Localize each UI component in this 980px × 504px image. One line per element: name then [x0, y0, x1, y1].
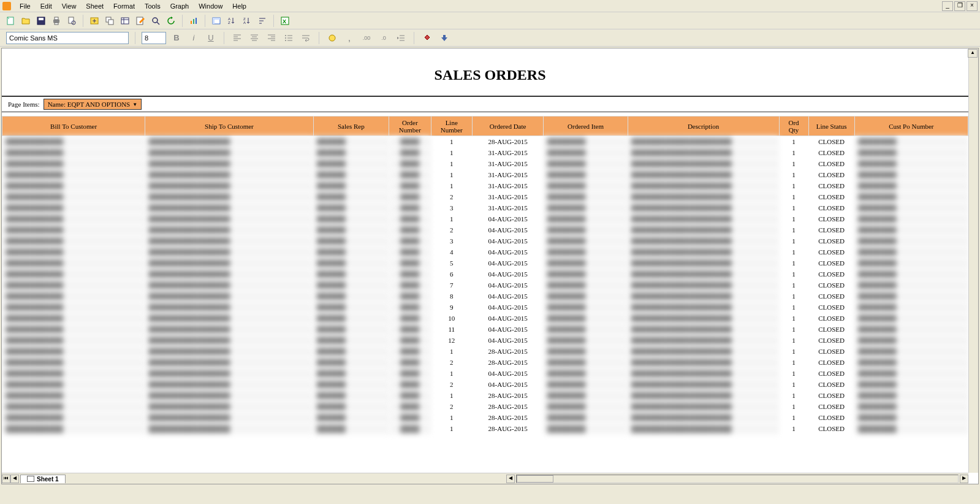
table-row[interactable]: ███████████████████████████████████████7… — [2, 280, 968, 291]
cell-ship-to[interactable]: █████████████████ — [145, 191, 313, 202]
cell-bill-to[interactable]: ████████████ — [2, 313, 145, 324]
cell-cust-po[interactable]: ████████ — [854, 235, 968, 246]
cell-line-status[interactable]: CLOSED — [808, 269, 854, 280]
cell-sales-rep[interactable]: ██████ — [313, 302, 389, 313]
cell-line-number[interactable]: 5 — [431, 258, 472, 269]
hscroll-track[interactable] — [516, 475, 959, 483]
cell-description[interactable]: █████████████████████ — [628, 335, 779, 346]
cell-ord-qty[interactable]: 1 — [779, 246, 808, 258]
export-excel-button[interactable]: X — [278, 14, 292, 28]
cell-ordered-date[interactable]: 04-AUG-2015 — [472, 269, 544, 280]
cell-ship-to[interactable]: █████████████████ — [145, 246, 313, 258]
table-row[interactable]: ███████████████████████████████████████4… — [2, 246, 968, 258]
cell-order-number[interactable]: ████ — [389, 291, 431, 302]
cell-ship-to[interactable]: █████████████████ — [145, 401, 313, 412]
increase-decimal-button[interactable]: .00 — [360, 31, 373, 45]
table-row[interactable]: ███████████████████████████████████████1… — [2, 368, 968, 379]
cell-cust-po[interactable]: ████████ — [854, 202, 968, 213]
cell-order-number[interactable]: ████ — [389, 235, 431, 246]
cell-bill-to[interactable]: ████████████ — [2, 235, 145, 246]
hscroll-right-button[interactable]: ▶ — [960, 475, 968, 483]
cell-sales-rep[interactable]: ██████ — [313, 269, 389, 280]
cell-bill-to[interactable]: ████████████ — [2, 335, 145, 346]
cell-line-number[interactable]: 2 — [431, 224, 472, 235]
cell-line-number[interactable]: 2 — [431, 401, 472, 412]
menu-graph[interactable]: Graph — [165, 1, 194, 11]
italic-button[interactable]: i — [187, 31, 200, 45]
cell-bill-to[interactable]: ████████████ — [2, 269, 145, 280]
cell-ship-to[interactable]: █████████████████ — [145, 423, 313, 434]
cell-ord-qty[interactable]: 1 — [779, 213, 808, 224]
cell-line-status[interactable]: CLOSED — [808, 213, 854, 224]
cell-ordered-item[interactable]: ████████ — [544, 324, 628, 335]
cell-ship-to[interactable]: █████████████████ — [145, 202, 313, 213]
cell-description[interactable]: █████████████████████ — [628, 258, 779, 269]
cell-ordered-date[interactable]: 04-AUG-2015 — [472, 246, 544, 258]
cell-sales-rep[interactable]: ██████ — [313, 158, 389, 169]
duplicate-sheet-button[interactable] — [103, 14, 116, 28]
cell-description[interactable]: █████████████████████ — [628, 158, 779, 169]
cell-ordered-date[interactable]: 31-AUG-2015 — [472, 158, 544, 169]
cell-ship-to[interactable]: █████████████████ — [145, 180, 313, 191]
cell-cust-po[interactable]: ████████ — [854, 379, 968, 390]
cell-cust-po[interactable]: ████████ — [854, 136, 968, 147]
cell-ord-qty[interactable]: 1 — [779, 191, 808, 202]
header-order-number[interactable]: Order Number — [389, 116, 431, 136]
cell-order-number[interactable]: ████ — [389, 379, 431, 390]
chart-button[interactable] — [187, 14, 200, 28]
cell-bill-to[interactable]: ████████████ — [2, 324, 145, 335]
cell-ord-qty[interactable]: 1 — [779, 324, 808, 335]
cell-line-status[interactable]: CLOSED — [808, 158, 854, 169]
cell-ordered-date[interactable]: 28-AUG-2015 — [472, 390, 544, 401]
refresh-button[interactable] — [164, 14, 178, 28]
cell-line-number[interactable]: 1 — [431, 390, 472, 401]
cell-bill-to[interactable]: ████████████ — [2, 158, 145, 169]
cell-ship-to[interactable]: █████████████████ — [145, 313, 313, 324]
menu-file[interactable]: File — [15, 1, 36, 11]
table-row[interactable]: ███████████████████████████████████████8… — [2, 291, 968, 302]
cell-line-status[interactable]: CLOSED — [808, 302, 854, 313]
cell-ship-to[interactable]: █████████████████ — [145, 136, 313, 147]
cell-description[interactable]: █████████████████████ — [628, 368, 779, 379]
menu-window[interactable]: Window — [194, 1, 227, 11]
cell-ordered-item[interactable]: ████████ — [544, 291, 628, 302]
cell-line-status[interactable]: CLOSED — [808, 379, 854, 390]
cell-line-number[interactable]: 1 — [431, 158, 472, 169]
cell-line-number[interactable]: 9 — [431, 302, 472, 313]
cell-line-number[interactable]: 1 — [431, 213, 472, 224]
cell-ord-qty[interactable]: 1 — [779, 401, 808, 412]
cell-description[interactable]: █████████████████████ — [628, 357, 779, 368]
table-row[interactable]: ███████████████████████████████████████1… — [2, 136, 968, 147]
cell-ordered-date[interactable]: 28-AUG-2015 — [472, 136, 544, 147]
cell-order-number[interactable]: ████ — [389, 224, 431, 235]
cell-ordered-item[interactable]: ████████ — [544, 335, 628, 346]
cell-ship-to[interactable]: █████████████████ — [145, 368, 313, 379]
menu-sheet[interactable]: Sheet — [81, 1, 108, 11]
header-line-status[interactable]: Line Status — [808, 116, 854, 136]
hscroll-thumb[interactable] — [517, 475, 553, 483]
cell-bill-to[interactable]: ████████████ — [2, 136, 145, 147]
cell-description[interactable]: █████████████████████ — [628, 180, 779, 191]
cell-bill-to[interactable]: ████████████ — [2, 302, 145, 313]
cell-ordered-date[interactable]: 28-AUG-2015 — [472, 423, 544, 434]
cell-ship-to[interactable]: █████████████████ — [145, 269, 313, 280]
cell-ordered-date[interactable]: 31-AUG-2015 — [472, 169, 544, 180]
cell-description[interactable]: █████████████████████ — [628, 401, 779, 412]
cell-bill-to[interactable]: ████████████ — [2, 390, 145, 401]
cell-ordered-date[interactable]: 04-AUG-2015 — [472, 379, 544, 390]
open-button[interactable] — [19, 14, 32, 28]
table-row[interactable]: ███████████████████████████████████████1… — [2, 213, 968, 224]
cell-ordered-date[interactable]: 04-AUG-2015 — [472, 324, 544, 335]
page-items-dropdown[interactable]: Name: EQPT AND OPTIONS ▼ — [44, 99, 142, 110]
table-row[interactable]: ███████████████████████████████████████6… — [2, 269, 968, 280]
cell-bill-to[interactable]: ████████████ — [2, 280, 145, 291]
table-row[interactable]: ███████████████████████████████████████1… — [2, 169, 968, 180]
table-row[interactable]: ███████████████████████████████████████1… — [2, 147, 968, 158]
cell-order-number[interactable]: ████ — [389, 169, 431, 180]
table-row[interactable]: ███████████████████████████████████████2… — [2, 379, 968, 390]
cell-ord-qty[interactable]: 1 — [779, 269, 808, 280]
table-row[interactable]: ███████████████████████████████████████1… — [2, 313, 968, 324]
cell-line-number[interactable]: 1 — [431, 423, 472, 434]
cell-ordered-date[interactable]: 28-AUG-2015 — [472, 346, 544, 357]
cell-ord-qty[interactable]: 1 — [779, 346, 808, 357]
